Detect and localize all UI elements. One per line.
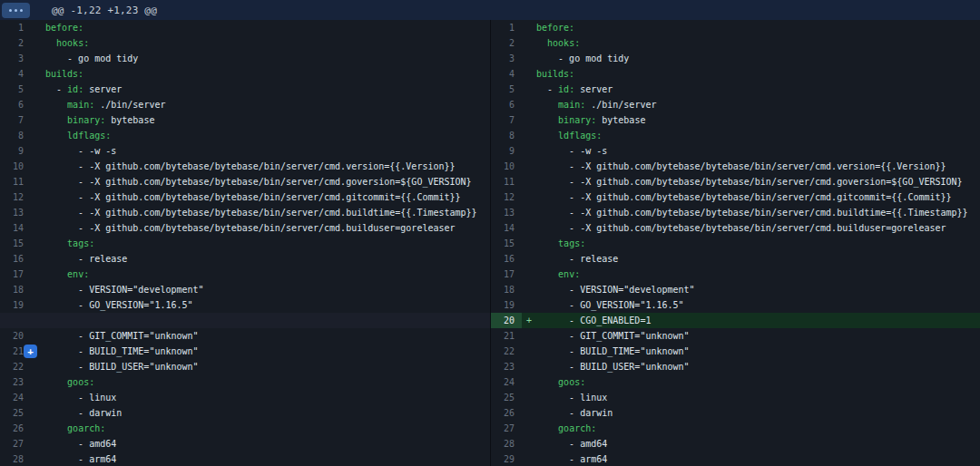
code-line: before:	[536, 20, 980, 35]
code-text: ./bin/server	[94, 100, 165, 110]
line-number: 1	[491, 20, 522, 35]
diff-sign	[31, 143, 45, 159]
line-number: 24	[0, 390, 31, 405]
diff-row: 10 - -X github.com/bytebase/bytebase/bin…	[0, 159, 490, 174]
diff-pane-new: 1before:2 hooks:3 - go mod tidy4builds:5…	[490, 20, 980, 466]
diff-row: 9 - -w -s	[491, 143, 980, 159]
diff-row: 26 - darwin	[491, 405, 980, 421]
diff-sign	[522, 344, 536, 359]
diff-row: 10 - -X github.com/bytebase/bytebase/bin…	[491, 159, 980, 174]
diff-row: 25 - linux	[491, 390, 980, 405]
yaml-key: builds:	[536, 69, 574, 79]
diff-sign	[522, 251, 536, 267]
code-text: - GO_VERSION="1.16.5"	[45, 300, 193, 310]
diff-sign	[31, 51, 45, 66]
yaml-key: ldflags:	[67, 131, 111, 141]
code-line: tags:	[536, 236, 980, 251]
line-number: 22	[0, 359, 31, 374]
line-number: 3	[0, 51, 31, 66]
diff-sign	[522, 205, 536, 220]
code-line: - release	[536, 251, 980, 267]
code-text	[536, 115, 558, 125]
yaml-key: tags:	[558, 238, 585, 248]
code-text	[45, 423, 67, 433]
diff-row: 23 - BUILD_USER="unknown"	[491, 359, 980, 374]
code-text: - BUILD_USER="unknown"	[536, 362, 690, 372]
line-number: 12	[491, 189, 522, 205]
code-text: -	[45, 84, 67, 94]
diff-sign	[31, 236, 45, 251]
code-text: - -X github.com/bytebase/bytebase/bin/se…	[536, 192, 952, 202]
line-number: 16	[0, 251, 31, 267]
line-number: 18	[491, 282, 522, 297]
code-text: - release	[45, 254, 127, 264]
code-line: - amd64	[536, 436, 980, 451]
code-line: builds:	[536, 66, 980, 82]
line-number: 25	[491, 390, 522, 405]
code-text: - go mod tidy	[536, 53, 629, 63]
diff-sign	[522, 374, 536, 390]
diff-row: 21 - BUILD_TIME="unknown"+	[0, 344, 490, 359]
diff-row: 1before:	[0, 20, 490, 35]
code-text: - VERSION="development"	[536, 285, 695, 295]
diff-row: 27 goarch:	[491, 421, 980, 436]
code-text: - amd64	[45, 439, 116, 449]
code-line: env:	[536, 267, 980, 282]
code-line: - BUILD_TIME="unknown"	[536, 344, 980, 359]
code-line: - -X github.com/bytebase/bytebase/bin/se…	[536, 205, 980, 220]
line-number: 11	[491, 174, 522, 189]
diff-row: 12 - -X github.com/bytebase/bytebase/bin…	[0, 189, 490, 205]
diff-sign	[31, 82, 45, 97]
code-text: - -X github.com/bytebase/bytebase/bin/se…	[45, 177, 472, 187]
diff-sign	[522, 143, 536, 159]
line-number: 18	[0, 282, 31, 297]
diff-sign	[522, 189, 536, 205]
yaml-key: builds:	[45, 69, 83, 79]
code-line: goarch:	[536, 421, 980, 436]
code-line: - darwin	[45, 405, 490, 421]
yaml-key: ldflags:	[558, 131, 602, 141]
diff-row: 23 goos:	[0, 374, 490, 390]
code-text: - -X github.com/bytebase/bytebase/bin/se…	[45, 223, 456, 233]
code-text	[536, 423, 558, 433]
yaml-key: before:	[45, 23, 83, 33]
code-line: - VERSION="development"	[536, 282, 980, 297]
line-number: 27	[0, 436, 31, 451]
diff-sign	[31, 174, 45, 189]
diff-row: 4builds:	[0, 66, 490, 82]
diff-sign	[31, 390, 45, 405]
diff-sign	[522, 20, 536, 35]
diff-sign	[522, 220, 536, 236]
code-text: server	[83, 84, 122, 94]
code-line: binary: bytebase	[536, 112, 980, 128]
diff-sign	[31, 328, 45, 344]
expand-context-button[interactable]	[2, 3, 30, 18]
code-text: - -w -s	[536, 146, 607, 156]
code-line: - arm64	[45, 451, 490, 466]
diff-row: 21 - GIT_COMMIT="unknown"	[491, 328, 980, 344]
code-text: bytebase	[105, 115, 154, 125]
code-line: before:	[45, 20, 490, 35]
line-number: 29	[491, 451, 522, 466]
code-line: main: ./bin/server	[45, 97, 490, 112]
code-text: - GO_VERSION="1.16.5"	[536, 300, 684, 310]
diff-row: 8 ldflags:	[491, 128, 980, 143]
line-number: 28	[0, 451, 31, 466]
code-line: - id: server	[536, 82, 980, 97]
diff-row: 13 - -X github.com/bytebase/bytebase/bin…	[491, 205, 980, 220]
diff-sign	[31, 451, 45, 466]
yaml-key: hooks:	[56, 38, 89, 48]
code-line: - GO_VERSION="1.16.5"	[45, 297, 490, 313]
diff-row: 16 - release	[491, 251, 980, 267]
diff-sign	[31, 359, 45, 374]
code-text: - -X github.com/bytebase/bytebase/bin/se…	[536, 223, 946, 233]
hunk-range-text: @@ -1,22 +1,23 @@	[52, 5, 157, 16]
diff-row: 26 goarch:	[0, 421, 490, 436]
line-number: 22	[491, 344, 522, 359]
line-number: 4	[491, 66, 522, 82]
yaml-key: env:	[67, 269, 89, 279]
code-text	[45, 115, 67, 125]
add-comment-button[interactable]: +	[24, 345, 37, 358]
diff-sign	[522, 328, 536, 344]
diff-row: 7 binary: bytebase	[491, 112, 980, 128]
